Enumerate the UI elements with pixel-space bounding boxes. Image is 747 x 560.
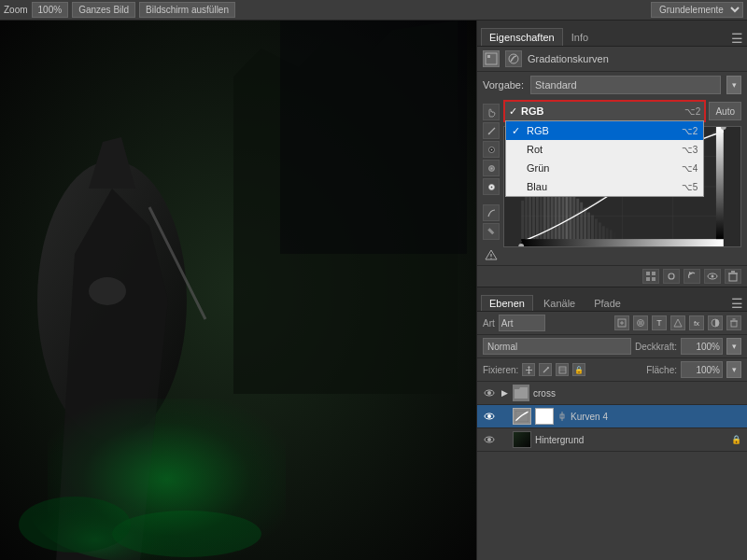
svg-point-89 [547,367,549,369]
curve-edit-icon[interactable] [483,204,500,221]
fill-screen-btn[interactable]: Bildschirm ausfüllen [139,2,235,18]
workspace-area: Grundelemente [651,2,743,18]
flaeche-dropdown[interactable]: ▾ [726,361,741,378]
eyedropper-dark-icon[interactable] [483,141,500,158]
layer-row-cross[interactable]: ▶ cross [477,382,747,405]
tab-pfade[interactable]: Pfade [585,295,629,311]
type-icon[interactable]: T [652,315,667,330]
layer-lock-hintergrund: 🔒 [730,434,741,445]
gradationskurven-header: Gradationskurven [477,47,747,72]
fix-filter-icon[interactable] [556,363,569,376]
channel-option-rot[interactable]: Rot ⌥3 [506,140,703,159]
svg-rect-66 [652,272,655,275]
layer-expand-kurven4 [500,412,509,421]
svg-rect-72 [729,273,737,281]
gradationskurven-title: Gradationskurven [528,53,609,64]
layer-visibility-cross[interactable] [483,386,496,399]
eyedropper-white-icon[interactable] [483,178,500,195]
layers-panel: Ebenen Kanäle Pfade ☰ Art Art [477,287,747,452]
panel-options-btn[interactable]: ☰ [731,31,743,46]
layer-mask-kurven4 [535,408,554,425]
main-layout: Eigenschaften Info ☰ Gradationskurven Vo… [0,21,747,560]
deckkraft-dropdown[interactable]: ▾ [726,338,741,355]
layer-expand-hintergrund [500,435,509,444]
layer-row-hintergrund[interactable]: Hintergrund 🔒 [477,428,747,452]
channel-dropdown-trigger[interactable]: ✓ RGB ⌥2 [505,102,704,120]
trash-icon[interactable] [726,315,741,330]
svg-point-94 [487,391,491,395]
curves-icon-trash[interactable] [725,269,741,284]
workspace-select[interactable]: Grundelemente [651,2,743,18]
channel-option-blau[interactable]: Blau ⌥5 [506,177,703,196]
vorgabe-dropdown-btn[interactable]: ▾ [726,76,741,94]
zoom-value-btn[interactable]: 100% [32,2,69,18]
svg-rect-7 [280,21,467,254]
adjustments-icon [483,50,500,67]
vorgabe-select[interactable]: Standard [530,76,721,94]
blend-mode-select[interactable]: Normal [483,338,631,355]
tab-info[interactable]: Info [563,28,597,46]
layer-visibility-kurven4[interactable] [483,410,496,423]
curves-icon-link[interactable] [663,269,680,284]
pencil-icon[interactable] [483,223,500,240]
svg-point-71 [712,275,714,278]
eyedropper-gray-icon[interactable] [483,160,500,176]
curves-icon-reset[interactable] [684,269,700,284]
channel-shortcut: ⌥2 [684,106,701,117]
svg-point-13 [509,54,518,63]
curves-mode-icon [505,50,522,67]
shape-icon[interactable] [670,315,685,330]
pen-tool-icon[interactable] [483,122,500,139]
flaeche-input[interactable] [681,361,723,378]
svg-point-21 [490,186,492,188]
auto-btn[interactable]: Auto [709,102,741,120]
layer-expand-cross[interactable]: ▶ [500,388,509,398]
curves-icon-eye[interactable] [704,269,721,284]
deckkraft-input[interactable] [681,338,723,355]
effects-icon[interactable]: fx [689,315,704,330]
channel-option-gruen[interactable]: Grün ⌥4 [506,159,703,177]
channel-option-rgb[interactable]: ✓ RGB ⌥2 [506,121,703,140]
layer-thumb-hintergrund [513,431,531,448]
svg-rect-82 [731,321,737,327]
vorgabe-row: Vorgabe: Standard ▾ [477,72,747,98]
svg-rect-79 [639,321,642,325]
canvas-area [0,21,476,560]
curves-icon-grid[interactable] [642,269,659,284]
art-select[interactable]: Art [499,315,545,331]
tab-ebenen[interactable]: Ebenen [481,295,533,311]
fix-draw-icon[interactable] [539,363,552,376]
tab-eigenschaften[interactable]: Eigenschaften [481,28,563,46]
channel-checkmark: ✓ [509,105,517,118]
flaeche-label: Fläche: [646,365,677,375]
mask-icon[interactable] [633,315,648,330]
tab-kanaele[interactable]: Kanäle [535,295,584,311]
layer-row-kurven4[interactable]: Kurven 4 [477,405,747,428]
adjustment-layer-icon[interactable] [708,315,723,330]
svg-rect-40 [547,191,550,246]
layer-name-cross: cross [533,388,741,399]
svg-marker-80 [674,319,682,327]
svg-rect-34 [525,191,528,246]
svg-rect-39 [543,196,546,246]
fixieren-label: Fixieren: [483,365,518,375]
svg-rect-90 [559,367,566,373]
layers-tabs: Ebenen Kanäle Pfade ☰ [477,287,747,312]
svg-point-96 [487,414,491,418]
svg-line-14 [488,128,495,134]
layers-options-btn[interactable]: ☰ [731,296,743,311]
svg-point-19 [490,167,492,169]
curves-bottom-bar [477,265,747,287]
layer-visibility-hintergrund[interactable] [483,433,496,446]
full-image-btn[interactable]: Ganzes Bild [72,2,135,18]
art-label: Art [483,318,495,329]
fix-move-icon[interactable] [522,363,535,376]
layer-icon-kurven4 [513,408,531,425]
hand-tool-icon[interactable] [483,104,500,120]
vorgabe-label: Vorgabe: [483,79,525,91]
fix-position-icon[interactable]: 🔒 [572,363,585,376]
svg-point-9 [89,277,126,305]
svg-point-17 [490,148,492,150]
layer-name-kurven4: Kurven 4 [571,412,741,422]
new-from-clipboard-icon[interactable] [614,315,629,330]
